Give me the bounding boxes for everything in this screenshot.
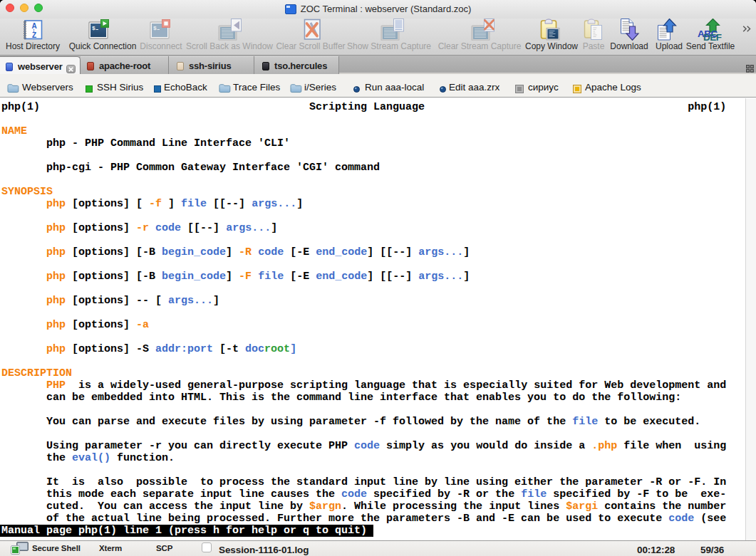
svg-text:A: A bbox=[31, 22, 36, 30]
svg-text:$: $ bbox=[92, 25, 95, 31]
svg-text:Z: Z bbox=[32, 31, 36, 39]
svg-text:$: $ bbox=[153, 25, 157, 31]
svg-text:DEF: DEF bbox=[703, 32, 722, 41]
